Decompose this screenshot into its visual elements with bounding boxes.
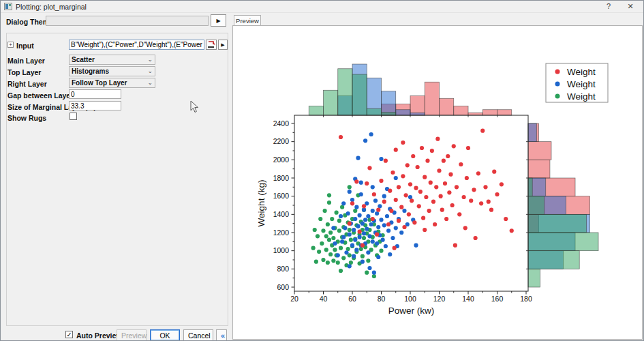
range-selector-button[interactable] — [206, 40, 217, 50]
svg-text:160: 160 — [491, 295, 504, 303]
legend-label: Weight — [567, 79, 596, 89]
input-range-field[interactable] — [69, 40, 204, 50]
chevron-down-icon: ⌄ — [147, 79, 153, 87]
svg-text:600: 600 — [277, 283, 289, 291]
top-layer-select[interactable]: Histograms ⌄ — [69, 66, 155, 76]
svg-text:800: 800 — [277, 265, 289, 273]
top-layer-label: Top Layer — [7, 68, 41, 76]
legend-label: Weight — [567, 67, 596, 77]
dialog-icon — [4, 3, 12, 10]
svg-text:60: 60 — [348, 295, 356, 303]
settings-group — [6, 33, 228, 326]
title-bar[interactable]: Plotting: plot_marginal ? ✕ — [1, 1, 643, 13]
cancel-button[interactable]: Cancel — [183, 329, 213, 341]
main-layer-select[interactable]: Scatter ⌄ — [69, 55, 155, 65]
svg-text:1000: 1000 — [273, 246, 290, 254]
range-selector-icon — [206, 40, 216, 49]
auto-preview-checkbox[interactable]: ✓ — [65, 331, 73, 338]
svg-text:80: 80 — [378, 295, 386, 303]
chevron-down-icon: ⌄ — [147, 56, 153, 63]
main-layer-value: Scatter — [72, 56, 95, 63]
auto-preview-label: Auto Preview — [76, 331, 122, 340]
svg-text:100: 100 — [404, 295, 416, 303]
right-histogram — [528, 123, 598, 287]
svg-text:140: 140 — [462, 295, 474, 303]
gap-between-layers-label: Gap between Layers — [7, 91, 77, 100]
scatter-series — [331, 132, 418, 275]
mouse-cursor — [190, 100, 199, 113]
svg-text:120: 120 — [433, 295, 446, 303]
svg-text:2000: 2000 — [273, 155, 290, 164]
plotting-dialog-window: Plotting: plot_marginal ? ✕ Dialog Theme… — [0, 0, 644, 341]
y-axis-title: Weight (kg) — [256, 180, 266, 227]
svg-text:2200: 2200 — [273, 137, 290, 145]
top-layer-value: Histograms — [72, 68, 109, 75]
window-title: Plotting: plot_marginal — [16, 3, 87, 11]
svg-text:20: 20 — [290, 295, 298, 303]
svg-text:2400: 2400 — [273, 119, 290, 128]
tab-preview[interactable]: Preview — [234, 15, 261, 26]
preview-button[interactable]: Preview — [117, 329, 147, 341]
svg-text:1400: 1400 — [273, 210, 290, 218]
close-button[interactable]: ✕ — [623, 1, 638, 12]
dialog-theme-field[interactable] — [46, 16, 209, 26]
input-expander-icon[interactable]: + — [7, 42, 14, 48]
svg-text:1200: 1200 — [273, 228, 290, 237]
preview-panel: 2040608010012014016018060080010001200140… — [232, 25, 643, 340]
show-rugs-label: Show Rugs — [7, 114, 46, 122]
svg-text:1600: 1600 — [273, 192, 290, 200]
dialog-theme-flyout-button[interactable]: ▶ — [211, 14, 226, 27]
chevron-down-icon: ⌄ — [147, 68, 153, 75]
right-layer-value: Follow Top Layer — [72, 79, 127, 87]
input-label: Input — [16, 42, 34, 50]
legend-marker — [555, 82, 560, 87]
collapse-panel-button[interactable]: « — [216, 329, 227, 341]
svg-text:180: 180 — [520, 295, 532, 303]
x-axis-title: Power (kw) — [388, 306, 435, 316]
legend-marker — [555, 94, 560, 99]
ok-button[interactable]: OK — [150, 329, 180, 341]
legend: WeightWeightWeight — [546, 63, 608, 102]
svg-text:1800: 1800 — [273, 174, 290, 182]
right-layer-select[interactable]: Follow Top Layer ⌄ — [69, 78, 155, 88]
help-button[interactable]: ? — [601, 1, 616, 12]
svg-text:40: 40 — [320, 295, 328, 303]
legend-label: Weight — [567, 91, 596, 102]
main-layer-label: Main Layer — [7, 57, 45, 65]
legend-marker — [555, 70, 560, 74]
show-rugs-checkbox[interactable] — [70, 113, 77, 120]
gap-between-layers-field[interactable] — [69, 89, 121, 99]
preview-chart: 2040608010012014016018060080010001200140… — [233, 26, 642, 339]
right-layer-label: Right Layer — [7, 80, 47, 88]
input-flyout-button[interactable]: ▶ — [218, 40, 228, 50]
top-histogram — [309, 64, 512, 115]
size-of-marginal-layer-field[interactable] — [69, 101, 121, 110]
